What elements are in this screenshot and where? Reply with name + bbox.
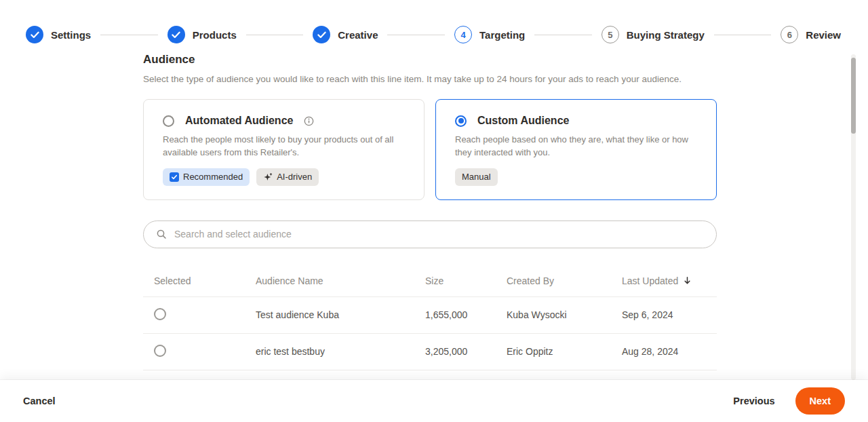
step-number: 4	[454, 26, 472, 43]
table-row[interactable]: Test audience Kuba 1,655,000 Kuba Wysock…	[143, 297, 717, 334]
info-icon[interactable]	[304, 116, 314, 126]
ai-driven-badge: AI-driven	[256, 168, 319, 186]
cell-last-updated: Aug 28, 2024	[622, 346, 717, 357]
check-icon	[26, 26, 43, 43]
col-created-by: Created By	[507, 275, 622, 286]
card-description: Reach people based on who they are, what…	[455, 134, 699, 159]
step-buying-strategy[interactable]: 5 Buying Strategy	[601, 26, 705, 43]
step-label: Settings	[51, 29, 91, 41]
step-products[interactable]: Products	[167, 26, 237, 43]
step-number: 5	[601, 26, 619, 43]
step-label: Targeting	[479, 29, 525, 41]
step-connector	[100, 35, 158, 35]
step-settings[interactable]: Settings	[26, 26, 91, 43]
badge-label: AI-driven	[277, 172, 312, 182]
audience-section: Audience Select the type of audience you…	[143, 53, 717, 370]
table-row[interactable]: eric test bestbuy 3,205,000 Eric Oppitz …	[143, 334, 717, 370]
row-radio[interactable]	[154, 345, 166, 357]
step-review[interactable]: 6 Review	[781, 26, 841, 43]
step-label: Products	[193, 29, 237, 41]
cell-size: 3,205,000	[425, 346, 507, 357]
step-connector	[534, 35, 592, 35]
page-title: Audience	[143, 53, 717, 66]
cancel-button[interactable]: Cancel	[23, 396, 56, 406]
cell-size: 1,655,000	[425, 309, 507, 320]
step-connector	[246, 35, 304, 35]
row-radio[interactable]	[154, 308, 166, 320]
step-creative[interactable]: Creative	[313, 26, 378, 43]
manual-badge: Manual	[455, 168, 498, 186]
next-button[interactable]: Next	[795, 387, 845, 415]
col-audience-name: Audience Name	[256, 275, 425, 286]
audience-search[interactable]	[143, 220, 717, 248]
step-connector	[714, 35, 772, 35]
cell-created-by: Kuba Wysocki	[507, 309, 622, 320]
table-header-row: Selected Audience Name Size Created By L…	[143, 265, 717, 297]
custom-audience-card[interactable]: Custom Audience Reach people based on wh…	[435, 99, 717, 200]
previous-button[interactable]: Previous	[733, 396, 774, 406]
card-description: Reach the people most likely to buy your…	[163, 134, 407, 159]
sort-desc-icon[interactable]	[683, 276, 692, 285]
wizard-stepper: Settings Products Creative 4 Targeting 5…	[0, 0, 868, 53]
step-connector	[387, 35, 445, 35]
cell-audience-name: Test audience Kuba	[256, 309, 425, 320]
col-label: Last Updated	[622, 275, 678, 286]
cell-created-by: Eric Oppitz	[507, 346, 622, 357]
cell-audience-name: eric test bestbuy	[256, 346, 425, 357]
recommended-icon	[170, 172, 179, 182]
badge-label: Manual	[462, 172, 491, 182]
step-label: Creative	[338, 29, 378, 41]
audience-type-options: Automated Audience Reach the people most…	[143, 99, 717, 200]
custom-audience-radio[interactable]	[455, 115, 467, 127]
step-targeting-current[interactable]: 4 Targeting	[454, 26, 525, 43]
card-title: Automated Audience	[185, 115, 293, 127]
card-title: Custom Audience	[477, 115, 569, 127]
automated-audience-radio[interactable]	[163, 115, 174, 127]
step-label: Buying Strategy	[627, 29, 705, 41]
wizard-footer: Cancel Previous Next	[0, 380, 868, 422]
col-last-updated[interactable]: Last Updated	[622, 275, 717, 286]
audience-table: Selected Audience Name Size Created By L…	[143, 265, 717, 370]
search-input[interactable]	[174, 229, 704, 239]
section-subtitle: Select the type of audience you would li…	[143, 74, 717, 84]
search-icon	[156, 229, 167, 239]
vertical-scrollbar-thumb[interactable]	[851, 58, 856, 134]
col-selected: Selected	[154, 275, 256, 286]
step-label: Review	[806, 29, 841, 41]
badge-label: Recommended	[183, 172, 243, 182]
check-icon	[313, 26, 330, 43]
recommended-badge: Recommended	[163, 168, 250, 186]
col-size: Size	[425, 275, 507, 286]
automated-audience-card[interactable]: Automated Audience Reach the people most…	[143, 99, 425, 200]
cell-last-updated: Sep 6, 2024	[622, 309, 717, 320]
ai-sparkle-icon	[263, 172, 273, 182]
step-number: 6	[781, 26, 798, 43]
check-icon	[167, 26, 185, 43]
